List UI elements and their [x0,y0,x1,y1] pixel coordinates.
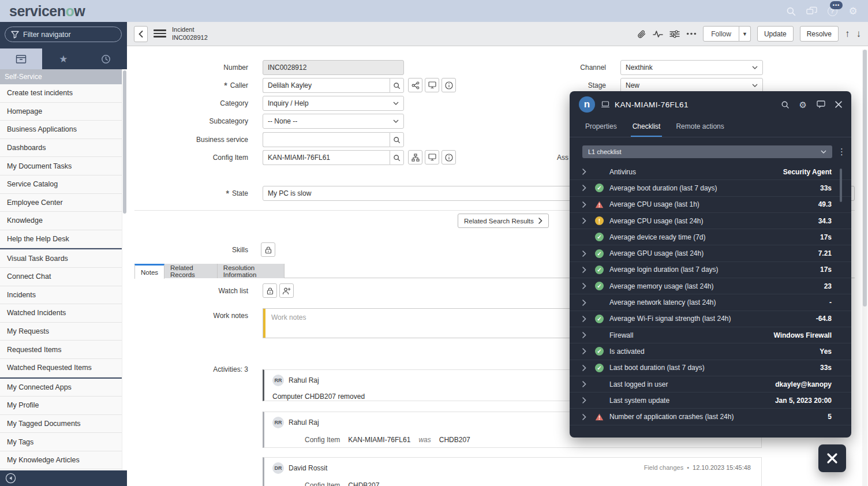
main-scrollbar[interactable] [862,50,867,486]
related-search-results-button[interactable]: Related Search Results [458,214,549,228]
chevron-right-icon[interactable] [582,381,592,387]
checklist-row[interactable]: ✓ Average Wi-Fi signal strength (last 24… [570,311,851,327]
caller-field[interactable] [263,78,390,93]
tab-checklist[interactable]: Checklist [633,122,661,137]
sidebar-item-watched-incidents[interactable]: Watched Incidents [0,304,122,323]
business-service-field[interactable] [263,132,390,147]
panel-search-icon[interactable] [781,100,790,109]
connect-chat-icon[interactable] [806,5,817,17]
checklist-row[interactable]: Antivirus Security Agent [570,164,851,180]
attachment-paperclip-icon[interactable] [637,29,646,39]
config-item-hierarchy-icon[interactable] [408,150,422,165]
filter-navigator[interactable] [5,27,122,42]
sidebar-item-my-tagged-documents[interactable]: My Tagged Documents [0,415,122,433]
skills-lock-icon[interactable] [261,242,275,257]
panel-feedback-icon[interactable] [817,100,825,109]
caller-connections-icon[interactable] [408,78,422,92]
sidebar-item-service-catalog[interactable]: Service Catalog [0,175,122,194]
sidebar-item-connect-chat[interactable]: Connect Chat [0,268,122,286]
subcategory-select[interactable]: -- None -- [263,114,404,129]
chevron-right-icon[interactable] [582,397,592,403]
sidebar-item-watched-requested-items[interactable]: Watched Requested Items [0,359,122,377]
sidebar-item-requested-items[interactable]: Requested Items [0,341,122,359]
sidebar-item-create-test-incidents[interactable]: Create test incidents [0,84,122,103]
checklist-row[interactable]: Average CPU usage (last 1h) 49.3 [570,197,851,213]
checklist-row[interactable]: Average network latency (last 24h) - [570,294,851,311]
follow-dropdown-arrow[interactable]: ▼ [739,26,751,42]
checklist-row[interactable]: ✓ Average boot duration (last 7 days) 33… [570,180,851,196]
config-item-field[interactable] [263,150,390,165]
global-search-icon[interactable] [785,5,796,17]
chevron-right-icon[interactable] [582,218,592,224]
update-button[interactable]: Update [757,26,794,42]
number-field[interactable] [263,60,404,75]
help-icon[interactable]: ? ••• [826,5,838,17]
chevron-right-icon[interactable] [582,414,592,420]
channel-select[interactable]: Nexthink [620,60,763,75]
activity-card[interactable]: DR David Rossit Field changes • 12.10.20… [263,457,762,486]
chevron-right-icon[interactable] [582,169,592,175]
sidebar-item-business-applications[interactable]: Business Applications [0,121,122,139]
follow-button[interactable]: Follow [703,26,739,42]
chevron-right-icon[interactable] [582,300,592,306]
chevron-right-icon[interactable] [582,201,592,208]
checklist-row[interactable]: ✓ Average memory usage (last 24h) 23 [570,278,851,294]
sidebar-item-my-connected-apps[interactable]: My Connected Apps [0,379,122,397]
tab-all-applications[interactable] [0,48,42,69]
context-menu-icon[interactable] [154,29,166,38]
personalize-form-icon[interactable] [669,30,680,38]
caller-device-icon[interactable] [425,78,439,92]
collapse-sidebar-icon[interactable] [5,473,16,484]
watch-list-add-person-icon[interactable] [279,283,294,298]
nexthink-collapse-button[interactable] [818,444,846,472]
resolve-button[interactable]: Resolve [800,26,839,42]
chevron-right-icon[interactable] [582,332,592,338]
chevron-right-icon[interactable] [582,283,592,289]
sidebar-item-my-requests[interactable]: My Requests [0,323,122,341]
config-item-device-icon[interactable] [425,150,439,165]
checklist-row[interactable]: ✓ Average device ready time (7d) 17s [570,229,851,245]
tab-notes[interactable]: Notes [134,264,164,279]
sidebar-item-incidents[interactable]: Incidents [0,286,122,305]
main-scrollbar-thumb[interactable] [863,50,867,306]
chevron-right-icon[interactable] [582,185,592,191]
chevron-right-icon[interactable] [582,267,592,273]
filter-navigator-input[interactable] [23,31,115,39]
tab-remote-actions[interactable]: Remote actions [676,122,724,137]
sidebar-item-my-tags[interactable]: My Tags [0,433,122,451]
checklist-row[interactable]: ✓ Is activated Yes [570,343,851,360]
chevron-right-icon[interactable] [582,316,592,322]
tab-properties[interactable]: Properties [585,122,617,137]
sidebar-item-homepage[interactable]: Homepage [0,103,122,121]
more-options-icon[interactable] [686,32,697,35]
checklist-row[interactable]: ✓ Average GPU usage (last 24h) 7.21 [570,245,851,261]
sidebar-item-my-document-tasks[interactable]: My Document Tasks [0,157,122,175]
tab-related-records[interactable]: Related Records [164,264,218,278]
sidebar-item-my-profile[interactable]: My Profile [0,397,122,415]
next-record-icon[interactable]: ↓ [856,28,862,40]
checklist-row[interactable]: ✓ Average login duration (last 7 days) 1… [570,262,851,278]
settings-gear-icon[interactable]: ⚙ [847,5,859,17]
config-item-lookup-icon[interactable] [390,150,404,165]
sidebar-scrollbar-thumb[interactable] [123,70,126,214]
business-service-lookup-icon[interactable] [390,132,404,147]
panel-close-icon[interactable] [835,101,842,108]
config-item-info-icon[interactable] [442,150,456,165]
chevron-right-icon[interactable] [582,365,592,371]
tab-resolution-information[interactable]: Resolution Information [218,264,285,278]
tab-favorites[interactable]: ★ [42,48,84,69]
checklist-dropdown[interactable]: L1 checklist [582,145,832,158]
sidebar-item-employee-center[interactable]: Employee Center [0,194,122,212]
checklist-row[interactable]: ! Average CPU usage (last 24h) 34.3 [570,213,851,229]
previous-record-icon[interactable]: ↑ [845,28,850,40]
watch-list-lock-icon[interactable] [263,283,277,298]
chevron-right-icon[interactable] [582,251,592,257]
sidebar-item-dashboards[interactable]: Dashboards [0,139,122,158]
category-select[interactable]: Inquiry / Help [263,96,404,111]
caller-info-icon[interactable] [442,78,456,92]
tab-history[interactable] [85,48,127,69]
sidebar-item-visual-task-boards[interactable]: Visual Task Boards [0,249,122,268]
back-button[interactable] [134,26,148,42]
sidebar-scrollbar[interactable] [122,69,127,470]
sidebar-item-knowledge[interactable]: Knowledge [0,212,122,230]
